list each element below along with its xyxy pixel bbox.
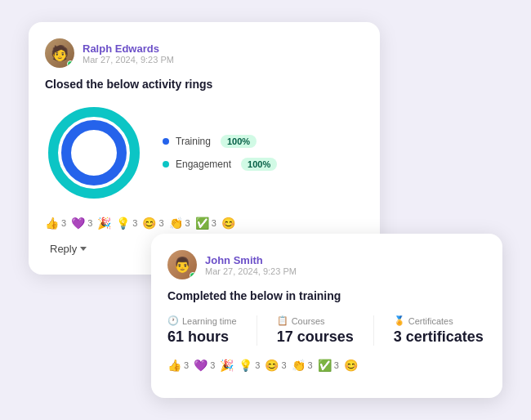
reply-label: Reply [50, 243, 77, 255]
online-indicator-ralph [67, 60, 74, 67]
card-header-ralph: 🧑 Ralph Edwards Mar 27, 2024, 9:23 PM [45, 38, 364, 68]
reaction-john-smile[interactable]: 😊 3 [265, 359, 286, 372]
reply-button[interactable]: Reply [45, 239, 91, 258]
chevron-down-icon [80, 247, 87, 251]
message-ralph: Closed the below activity rings [45, 78, 364, 91]
certificates-icon: 🏅 [394, 315, 405, 326]
reaction-john-check[interactable]: ✅ 3 [318, 359, 339, 372]
reaction-john-smile-2[interactable]: 😊 [344, 359, 358, 372]
timestamp-ralph: Mar 27, 2024, 9:23 PM [83, 55, 174, 65]
label-courses: Courses [292, 316, 325, 326]
stat-certificates: 🏅 Certificates 3 certificates [394, 315, 484, 346]
online-indicator-john [190, 272, 196, 279]
ring-section: Training 100% Engagement 100% [45, 104, 364, 202]
legend-training: Training 100% [163, 135, 277, 148]
ring-chart [45, 104, 143, 202]
stat-courses: 📋 Courses 17 courses [277, 315, 354, 346]
reaction-smile-2[interactable]: 😊 [221, 217, 235, 230]
avatar-ralph: 🧑 [45, 38, 74, 68]
user-name-john: John Smith [205, 254, 297, 266]
message-john: Completed the below in training [167, 289, 486, 302]
reaction-clap[interactable]: 👏 3 [169, 217, 190, 230]
reaction-check[interactable]: ✅ 3 [195, 217, 216, 230]
clock-icon: 🕐 [167, 315, 179, 326]
avatar-john: 👨 [167, 250, 197, 279]
label-engagement: Engagement [176, 159, 231, 170]
card-john: 👨 John Smith Mar 27, 2024, 9:23 PM Compl… [151, 234, 502, 398]
reaction-john-thumbs-up[interactable]: 👍 3 [167, 359, 189, 372]
reaction-thumbs-up[interactable]: 👍 3 [45, 217, 66, 230]
reaction-heart[interactable]: 💜 3 [71, 217, 92, 230]
reaction-party[interactable]: 🎉 [97, 217, 111, 230]
value-certificates: 3 certificates [394, 328, 484, 346]
reaction-john-bulb[interactable]: 💡 3 [239, 359, 260, 372]
badge-training: 100% [221, 135, 257, 148]
value-courses: 17 courses [277, 328, 354, 346]
stat-divider-2 [373, 315, 374, 346]
reaction-john-clap[interactable]: 👏 3 [292, 359, 313, 372]
value-learning-time: 61 hours [167, 328, 237, 346]
reaction-bulb[interactable]: 💡 3 [116, 217, 137, 230]
label-training: Training [176, 136, 211, 147]
reactions-ralph: 👍 3 💜 3 🎉 💡 3 😊 3 👏 3 [45, 217, 364, 230]
reaction-smile[interactable]: 😊 3 [142, 217, 163, 230]
stat-learning-time: 🕐 Learning time 61 hours [167, 315, 237, 346]
timestamp-john: Mar 27, 2024, 9:23 PM [205, 266, 297, 276]
reaction-john-heart[interactable]: 💜 3 [194, 359, 215, 372]
dot-training [163, 138, 169, 145]
label-certificates: Certificates [408, 316, 453, 326]
reaction-john-party[interactable]: 🎉 [220, 359, 234, 372]
dot-engagement [163, 161, 169, 168]
badge-engagement: 100% [241, 158, 277, 171]
user-name-ralph: Ralph Edwards [83, 42, 174, 55]
label-learning-time: Learning time [182, 316, 237, 326]
legend-engagement: Engagement 100% [163, 158, 277, 171]
courses-icon: 📋 [277, 315, 288, 326]
svg-point-3 [66, 125, 122, 181]
cards-container: 🧑 Ralph Edwards Mar 27, 2024, 9:23 PM Cl… [29, 22, 502, 398]
ring-legend: Training 100% Engagement 100% [163, 135, 277, 171]
stats-section: 🕐 Learning time 61 hours 📋 Courses 17 co… [167, 315, 486, 346]
stat-divider-1 [257, 315, 257, 346]
card-header-john: 👨 John Smith Mar 27, 2024, 9:23 PM [167, 250, 486, 279]
reactions-john: 👍 3 💜 3 🎉 💡 3 😊 3 👏 3 [167, 359, 486, 372]
